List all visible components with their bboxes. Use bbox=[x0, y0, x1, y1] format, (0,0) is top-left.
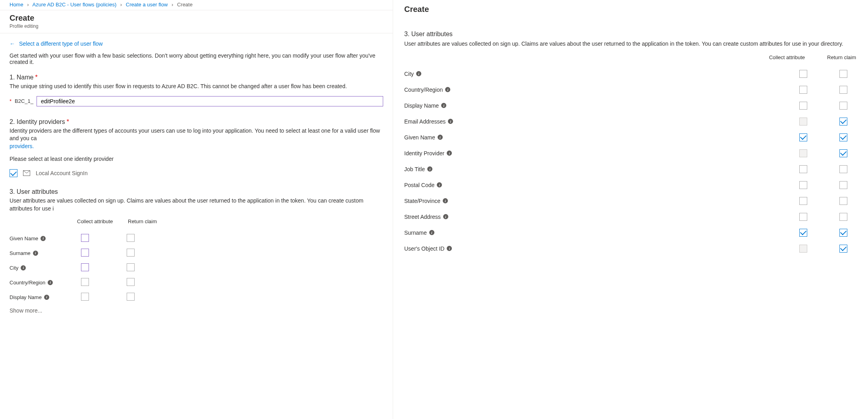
attr-row: Display Namei bbox=[10, 293, 383, 302]
info-icon[interactable]: i bbox=[437, 182, 442, 187]
side-return-checkbox[interactable] bbox=[839, 102, 847, 110]
side-return-checkbox[interactable] bbox=[839, 133, 847, 141]
select-different-flow-link[interactable]: Select a different type of user flow bbox=[19, 41, 103, 47]
col-collect: Collect attribute bbox=[77, 218, 128, 224]
return-checkbox[interactable] bbox=[127, 263, 135, 271]
arrow-left-icon[interactable]: ← bbox=[10, 41, 15, 47]
info-icon[interactable]: i bbox=[447, 246, 452, 251]
return-checkbox[interactable] bbox=[127, 249, 135, 257]
side-collect-checkbox[interactable] bbox=[799, 102, 807, 110]
attr-row: Cityi bbox=[10, 263, 383, 272]
page-subtitle: Profile editing bbox=[10, 23, 393, 29]
side-attr-label: State/Province bbox=[404, 198, 440, 204]
attr-rows: Given NameiSurnameiCityiCountry/RegioniD… bbox=[10, 234, 383, 302]
side-attr-row: User's Object IDi bbox=[404, 245, 858, 253]
attr-label: Country/Region bbox=[10, 280, 45, 286]
main-panel: Home › Azure AD B2C - User flows (polici… bbox=[0, 0, 393, 419]
side-col-return: Return claim bbox=[827, 54, 856, 60]
info-icon[interactable]: i bbox=[441, 103, 446, 108]
side-attr-label: User's Object ID bbox=[404, 245, 444, 252]
info-icon[interactable]: i bbox=[443, 198, 448, 203]
side-collect-checkbox[interactable] bbox=[799, 70, 807, 78]
side-attr-label: Identity Provider bbox=[404, 150, 444, 156]
info-icon[interactable]: i bbox=[448, 119, 453, 124]
section-idp-heading: 2. Identity providers* bbox=[10, 118, 383, 126]
required-star: * bbox=[10, 98, 12, 104]
side-collect-checkbox[interactable] bbox=[799, 197, 807, 205]
collect-checkbox[interactable] bbox=[81, 278, 89, 286]
info-icon[interactable]: i bbox=[445, 87, 450, 92]
providers-link[interactable]: providers. bbox=[10, 143, 34, 149]
section-name-label: 1. Name bbox=[10, 74, 33, 81]
side-return-checkbox[interactable] bbox=[839, 181, 847, 189]
side-return-checkbox[interactable] bbox=[839, 86, 847, 94]
section-idp-desc: Identity providers are the different typ… bbox=[10, 127, 383, 151]
flow-name-input[interactable] bbox=[37, 96, 383, 106]
side-col-collect: Collect attribute bbox=[769, 54, 805, 60]
side-return-checkbox[interactable] bbox=[839, 70, 847, 78]
side-collect-checkbox[interactable] bbox=[799, 229, 807, 237]
section-idp-label: 2. Identity providers bbox=[10, 118, 65, 125]
side-attr-label: Country/Region bbox=[404, 87, 443, 93]
side-collect-checkbox bbox=[799, 149, 807, 157]
required-star: * bbox=[35, 74, 37, 81]
collect-checkbox[interactable] bbox=[81, 263, 89, 271]
side-title: Create bbox=[404, 5, 858, 14]
local-account-checkbox[interactable] bbox=[10, 169, 17, 177]
info-icon[interactable]: i bbox=[41, 236, 46, 241]
form-content: ← Select a different type of user flow G… bbox=[0, 33, 393, 314]
breadcrumb-home[interactable]: Home bbox=[10, 2, 23, 8]
col-return: Return claim bbox=[128, 218, 157, 224]
section-name-desc: The unique string used to identify this … bbox=[10, 83, 383, 91]
side-panel: Create 3. User attributes User attribute… bbox=[393, 0, 868, 419]
collect-checkbox[interactable] bbox=[81, 249, 89, 257]
return-checkbox[interactable] bbox=[127, 234, 135, 242]
side-attr-row: Cityi bbox=[404, 70, 858, 78]
side-collect-checkbox[interactable] bbox=[799, 133, 807, 141]
side-collect-checkbox[interactable] bbox=[799, 86, 807, 94]
side-return-checkbox[interactable] bbox=[839, 213, 847, 221]
side-attr-row: Postal Codei bbox=[404, 181, 858, 189]
info-icon[interactable]: i bbox=[443, 214, 448, 219]
breadcrumb-create-flow[interactable]: Create a user flow bbox=[126, 2, 168, 8]
side-return-checkbox[interactable] bbox=[839, 165, 847, 173]
side-attr-row: Job Titlei bbox=[404, 165, 858, 173]
breadcrumb-current: Create bbox=[177, 2, 193, 8]
side-attr-label: Job Title bbox=[404, 166, 425, 172]
side-return-checkbox[interactable] bbox=[839, 118, 847, 126]
info-icon[interactable]: i bbox=[44, 295, 49, 300]
side-attr-row: Email Addressesi bbox=[404, 118, 858, 126]
side-collect-checkbox[interactable] bbox=[799, 213, 807, 221]
side-attr-row: State/Provincei bbox=[404, 197, 858, 205]
collect-checkbox[interactable] bbox=[81, 293, 89, 301]
side-attr-label: Postal Code bbox=[404, 182, 434, 188]
section-attrs-desc: User attributes are values collected on … bbox=[10, 197, 383, 212]
info-icon[interactable]: i bbox=[438, 135, 443, 140]
breadcrumb-b2c[interactable]: Azure AD B2C - User flows (policies) bbox=[33, 2, 117, 8]
side-attr-label: Email Addresses bbox=[404, 118, 446, 125]
side-return-checkbox[interactable] bbox=[839, 229, 847, 237]
show-more-link[interactable]: Show more... bbox=[10, 307, 383, 314]
side-attr-label: Surname bbox=[404, 230, 427, 236]
info-icon[interactable]: i bbox=[429, 230, 434, 235]
side-return-checkbox[interactable] bbox=[839, 245, 847, 253]
side-attr-rows: CityiCountry/RegioniDisplay NameiEmail A… bbox=[404, 70, 858, 253]
info-icon[interactable]: i bbox=[21, 265, 26, 270]
name-prefix: B2C_1_ bbox=[15, 98, 33, 104]
info-icon[interactable]: i bbox=[48, 280, 53, 285]
side-collect-checkbox[interactable] bbox=[799, 181, 807, 189]
back-link-row: ← Select a different type of user flow bbox=[10, 41, 383, 47]
info-icon[interactable]: i bbox=[447, 151, 452, 156]
breadcrumb: Home › Azure AD B2C - User flows (polici… bbox=[0, 0, 393, 10]
side-collect-checkbox[interactable] bbox=[799, 165, 807, 173]
side-attr-row: Country/Regioni bbox=[404, 86, 858, 94]
page-title: Create bbox=[10, 14, 393, 23]
side-return-checkbox[interactable] bbox=[839, 149, 847, 157]
return-checkbox[interactable] bbox=[127, 293, 135, 301]
info-icon[interactable]: i bbox=[427, 166, 432, 172]
info-icon[interactable]: i bbox=[33, 251, 38, 256]
return-checkbox[interactable] bbox=[127, 278, 135, 286]
info-icon[interactable]: i bbox=[416, 71, 421, 76]
collect-checkbox[interactable] bbox=[81, 234, 89, 242]
side-return-checkbox[interactable] bbox=[839, 197, 847, 205]
